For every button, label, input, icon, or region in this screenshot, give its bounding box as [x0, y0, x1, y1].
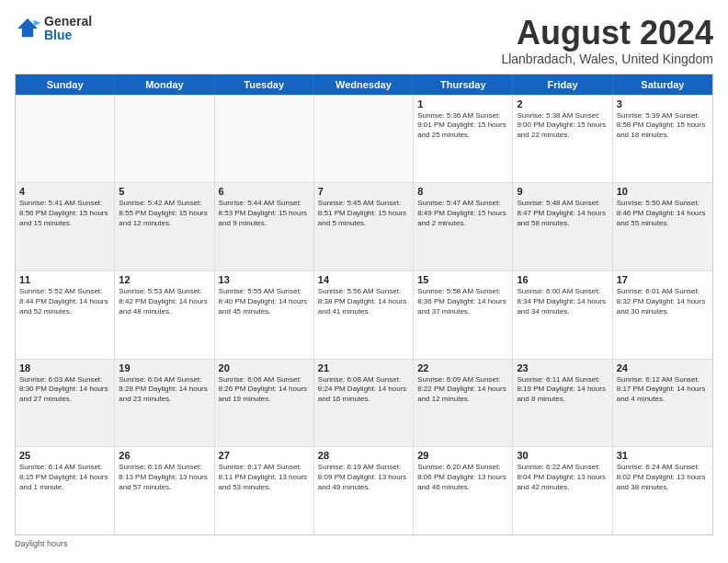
day-number: 2 [517, 98, 608, 109]
day-number: 23 [517, 362, 608, 373]
day-info: Sunrise: 6:12 AM Sunset: 8:17 PM Dayligh… [617, 375, 709, 405]
calendar-header-day: Saturday [613, 75, 712, 95]
month-title: August 2024 [501, 15, 713, 52]
calendar-cell: 12Sunrise: 5:53 AM Sunset: 8:42 PM Dayli… [115, 271, 214, 359]
calendar-cell: 28Sunrise: 6:19 AM Sunset: 8:09 PM Dayli… [314, 447, 414, 534]
calendar-cell: 27Sunrise: 6:17 AM Sunset: 8:11 PM Dayli… [215, 447, 314, 534]
day-info: Sunrise: 5:47 AM Sunset: 8:49 PM Dayligh… [417, 199, 508, 228]
day-info: Sunrise: 5:50 AM Sunset: 8:46 PM Dayligh… [617, 199, 709, 228]
calendar-cell [16, 96, 115, 183]
day-number: 31 [617, 450, 709, 461]
day-number: 29 [417, 450, 508, 461]
day-info: Sunrise: 5:44 AM Sunset: 8:53 PM Dayligh… [219, 199, 310, 228]
calendar-header-day: Wednesday [314, 75, 414, 95]
calendar-cell: 24Sunrise: 6:12 AM Sunset: 8:17 PM Dayli… [613, 360, 712, 447]
calendar-header-day: Friday [513, 75, 612, 95]
calendar-cell: 2Sunrise: 5:38 AM Sunset: 9:00 PM Daylig… [513, 96, 612, 183]
logo: General Blue [15, 15, 92, 43]
day-info: Sunrise: 6:17 AM Sunset: 8:11 PM Dayligh… [219, 463, 310, 492]
calendar-cell: 5Sunrise: 5:42 AM Sunset: 8:55 PM Daylig… [115, 183, 214, 270]
calendar-cell [314, 96, 414, 183]
calendar-cell: 17Sunrise: 6:01 AM Sunset: 8:32 PM Dayli… [613, 271, 712, 359]
calendar-cell: 1Sunrise: 5:36 AM Sunset: 9:01 PM Daylig… [414, 96, 513, 183]
title-block: August 2024 Llanbradach, Wales, United K… [501, 15, 713, 66]
day-number: 3 [617, 98, 709, 109]
day-info: Sunrise: 5:38 AM Sunset: 9:00 PM Dayligh… [517, 111, 608, 141]
calendar-header-day: Thursday [414, 75, 513, 95]
day-number: 14 [318, 274, 409, 285]
day-info: Sunrise: 5:53 AM Sunset: 8:42 PM Dayligh… [119, 287, 210, 316]
day-info: Sunrise: 5:39 AM Sunset: 8:58 PM Dayligh… [617, 111, 709, 141]
header: General Blue August 2024 Llanbradach, Wa… [15, 15, 713, 66]
calendar-header-day: Sunday [16, 75, 115, 95]
day-number: 28 [318, 450, 409, 461]
day-info: Sunrise: 5:41 AM Sunset: 8:56 PM Dayligh… [19, 199, 110, 228]
calendar-cell: 3Sunrise: 5:39 AM Sunset: 8:58 PM Daylig… [613, 96, 712, 183]
day-number: 16 [517, 274, 608, 285]
calendar-cell: 31Sunrise: 6:24 AM Sunset: 8:02 PM Dayli… [613, 447, 712, 534]
calendar-cell: 21Sunrise: 6:08 AM Sunset: 8:24 PM Dayli… [314, 360, 414, 447]
calendar-body: 1Sunrise: 5:36 AM Sunset: 9:01 PM Daylig… [16, 95, 712, 534]
day-number: 7 [318, 186, 409, 197]
day-info: Sunrise: 6:03 AM Sunset: 8:30 PM Dayligh… [19, 375, 110, 405]
day-number: 8 [417, 186, 508, 197]
day-info: Sunrise: 6:09 AM Sunset: 8:22 PM Dayligh… [417, 375, 508, 405]
day-info: Sunrise: 6:06 AM Sunset: 8:26 PM Dayligh… [219, 375, 310, 405]
calendar-header-day: Monday [115, 75, 214, 95]
calendar-cell: 30Sunrise: 6:22 AM Sunset: 8:04 PM Dayli… [513, 447, 612, 534]
calendar-row: 4Sunrise: 5:41 AM Sunset: 8:56 PM Daylig… [16, 182, 712, 270]
calendar-cell: 26Sunrise: 6:16 AM Sunset: 8:13 PM Dayli… [115, 447, 214, 534]
day-info: Sunrise: 6:00 AM Sunset: 8:34 PM Dayligh… [517, 287, 608, 316]
calendar-cell: 8Sunrise: 5:47 AM Sunset: 8:49 PM Daylig… [414, 183, 513, 270]
calendar-cell: 14Sunrise: 5:56 AM Sunset: 8:38 PM Dayli… [314, 271, 414, 359]
calendar: SundayMondayTuesdayWednesdayThursdayFrid… [15, 74, 713, 535]
day-info: Sunrise: 5:45 AM Sunset: 8:51 PM Dayligh… [318, 199, 409, 228]
day-number: 24 [617, 362, 709, 373]
day-info: Sunrise: 5:42 AM Sunset: 8:55 PM Dayligh… [119, 199, 210, 228]
day-number: 18 [19, 362, 110, 373]
logo-general: General [44, 15, 92, 29]
calendar-row: 25Sunrise: 6:14 AM Sunset: 8:15 PM Dayli… [16, 446, 712, 534]
calendar-cell: 18Sunrise: 6:03 AM Sunset: 8:30 PM Dayli… [16, 360, 115, 447]
calendar-cell: 4Sunrise: 5:41 AM Sunset: 8:56 PM Daylig… [16, 183, 115, 270]
calendar-cell [115, 96, 214, 183]
day-info: Sunrise: 6:08 AM Sunset: 8:24 PM Dayligh… [318, 375, 409, 405]
page: General Blue August 2024 Llanbradach, Wa… [0, 0, 728, 563]
calendar-cell: 15Sunrise: 5:58 AM Sunset: 8:36 PM Dayli… [414, 271, 513, 359]
day-number: 19 [119, 362, 210, 373]
day-info: Sunrise: 6:14 AM Sunset: 8:15 PM Dayligh… [19, 463, 110, 492]
day-number: 17 [617, 274, 709, 285]
calendar-cell: 11Sunrise: 5:52 AM Sunset: 8:44 PM Dayli… [16, 271, 115, 359]
day-number: 12 [119, 274, 210, 285]
day-info: Sunrise: 6:24 AM Sunset: 8:02 PM Dayligh… [617, 463, 709, 492]
day-number: 30 [517, 450, 608, 461]
calendar-cell: 9Sunrise: 5:48 AM Sunset: 8:47 PM Daylig… [513, 183, 612, 270]
day-number: 13 [219, 274, 310, 285]
day-number: 11 [19, 274, 110, 285]
calendar-cell: 23Sunrise: 6:11 AM Sunset: 8:19 PM Dayli… [513, 360, 612, 447]
calendar-cell: 22Sunrise: 6:09 AM Sunset: 8:22 PM Dayli… [414, 360, 513, 447]
calendar-cell: 13Sunrise: 5:55 AM Sunset: 8:40 PM Dayli… [215, 271, 314, 359]
day-number: 25 [19, 450, 110, 461]
day-info: Sunrise: 5:48 AM Sunset: 8:47 PM Dayligh… [517, 199, 608, 228]
logo-blue: Blue [44, 29, 92, 42]
day-number: 1 [417, 98, 508, 109]
calendar-cell: 25Sunrise: 6:14 AM Sunset: 8:15 PM Dayli… [16, 447, 115, 534]
day-number: 20 [219, 362, 310, 373]
day-info: Sunrise: 6:04 AM Sunset: 8:28 PM Dayligh… [119, 375, 210, 405]
calendar-cell: 16Sunrise: 6:00 AM Sunset: 8:34 PM Dayli… [513, 271, 612, 359]
day-info: Sunrise: 5:56 AM Sunset: 8:38 PM Dayligh… [318, 287, 409, 316]
day-number: 22 [417, 362, 508, 373]
day-number: 26 [119, 450, 210, 461]
day-number: 15 [417, 274, 508, 285]
calendar-cell: 7Sunrise: 5:45 AM Sunset: 8:51 PM Daylig… [314, 183, 414, 270]
logo-bird-icon [15, 16, 40, 41]
calendar-cell: 29Sunrise: 6:20 AM Sunset: 8:06 PM Dayli… [414, 447, 513, 534]
day-info: Sunrise: 6:19 AM Sunset: 8:09 PM Dayligh… [318, 463, 409, 492]
day-info: Sunrise: 5:58 AM Sunset: 8:36 PM Dayligh… [417, 287, 508, 316]
svg-marker-1 [33, 20, 40, 26]
day-number: 9 [517, 186, 608, 197]
calendar-cell: 20Sunrise: 6:06 AM Sunset: 8:26 PM Dayli… [215, 360, 314, 447]
day-number: 6 [219, 186, 310, 197]
day-number: 27 [219, 450, 310, 461]
